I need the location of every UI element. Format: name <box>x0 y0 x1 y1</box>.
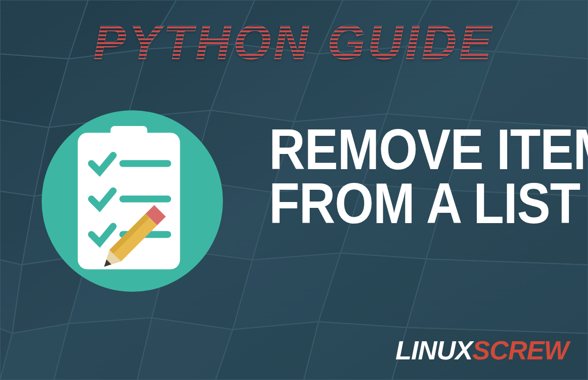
brand-watermark: LINUXSCREW <box>395 335 568 365</box>
svg-rect-44 <box>110 126 147 142</box>
brand-part-1: LINUX <box>395 335 472 365</box>
main-title-line-1: REMOVE ITEMS <box>269 123 549 177</box>
header-title: PYTHON GUIDE <box>94 15 494 70</box>
icon-circle-background <box>42 110 223 292</box>
main-title-line-2: FROM A LIST <box>269 177 549 230</box>
main-title-block: REMOVE ITEMS FROM A LIST <box>250 123 568 230</box>
brand-part-2: SCREW <box>472 335 568 365</box>
checklist-pencil-icon <box>64 123 201 279</box>
